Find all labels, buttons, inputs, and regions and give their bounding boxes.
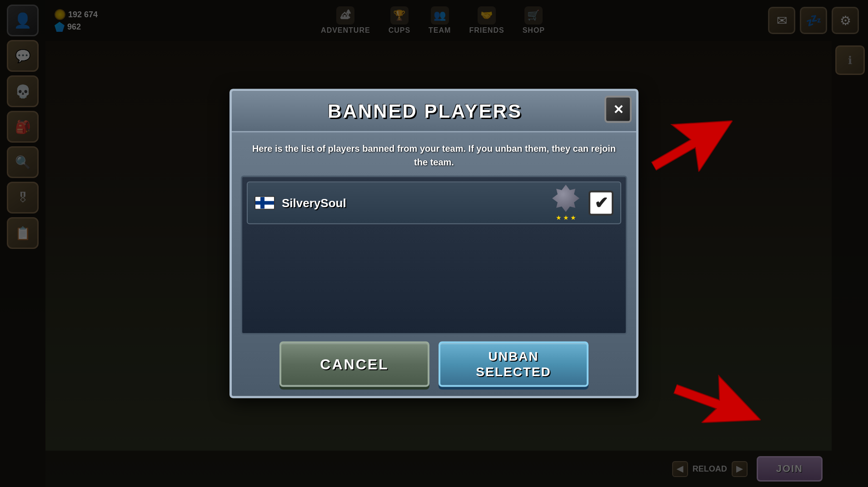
banned-players-modal: BANNED PLAYERS Here is the list of playe… bbox=[229, 89, 639, 398]
player-name: SilverySoul bbox=[282, 196, 543, 210]
modal-title: BANNED PLAYERS bbox=[328, 100, 522, 122]
unban-selected-button[interactable]: UNBAN SELECTED bbox=[439, 342, 589, 387]
star-1: ★ bbox=[556, 214, 562, 221]
close-modal-button[interactable] bbox=[604, 96, 632, 123]
rank-badge bbox=[552, 185, 579, 212]
player-select-checkbox[interactable]: ✔ bbox=[589, 190, 614, 215]
modal-header: BANNED PLAYERS bbox=[232, 91, 636, 133]
modal-footer: CANCEL UNBAN SELECTED bbox=[232, 342, 636, 396]
star-3: ★ bbox=[570, 214, 576, 221]
cancel-label: CANCEL bbox=[320, 356, 389, 373]
checkmark-icon: ✔ bbox=[594, 195, 608, 211]
player-row: SilverySoul ★ ★ ★ ✔ bbox=[247, 182, 621, 224]
cancel-button[interactable]: CANCEL bbox=[279, 342, 429, 387]
player-list: SilverySoul ★ ★ ★ ✔ bbox=[241, 176, 627, 335]
flag-cross bbox=[260, 197, 264, 209]
player-rank-icon: ★ ★ ★ bbox=[550, 187, 582, 219]
player-flag bbox=[254, 196, 275, 210]
star-2: ★ bbox=[563, 214, 569, 221]
unban-line1: UNBAN bbox=[488, 349, 539, 364]
rank-badge-container: ★ ★ ★ bbox=[552, 185, 579, 221]
modal-description: Here is the list of players banned from … bbox=[232, 133, 636, 176]
unban-line2: SELECTED bbox=[476, 364, 551, 380]
rank-stars: ★ ★ ★ bbox=[556, 214, 576, 221]
